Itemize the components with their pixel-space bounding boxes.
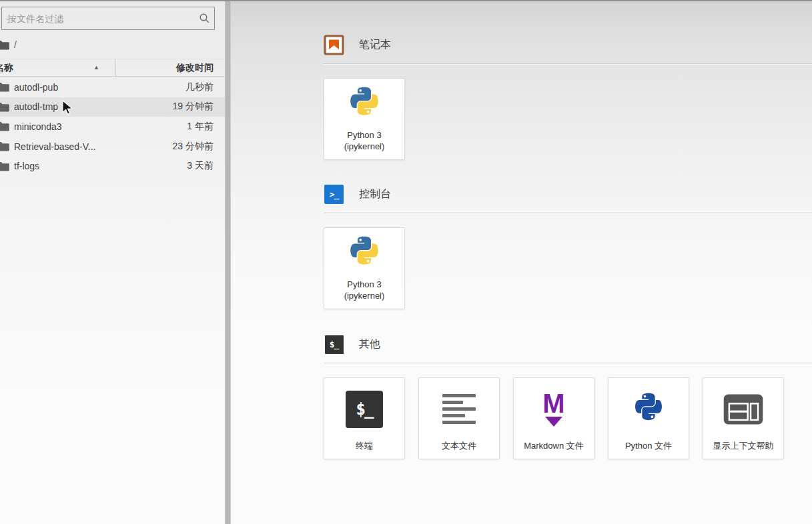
folder-icon — [0, 102, 9, 112]
console-icon: >_ — [324, 184, 344, 205]
sort-ascending-icon[interactable]: ▲ — [93, 64, 99, 71]
text-file-icon — [419, 378, 499, 440]
file-browser-sidebar: / 名称 ▲ 修改时间 autodl-pub 几秒前 autodl-tmp 19… — [0, 0, 225, 524]
section-header: $_ 其他 — [324, 334, 812, 355]
notebook-icon — [324, 35, 344, 55]
launcher-section-notebook: 笔记本 Python 3 (ipykernel) — [324, 35, 812, 160]
file-modified: 19 分钟前 — [173, 101, 214, 113]
card-contextual-help[interactable]: 显示上下文帮助 — [703, 377, 784, 459]
terminal-icon: $_ — [324, 334, 344, 355]
file-row[interactable]: tf-logs 3 天前 — [0, 156, 225, 176]
card-label: 文本文件 — [442, 440, 476, 459]
file-row[interactable]: miniconda3 1 年前 — [0, 117, 225, 137]
section-header: 笔记本 — [324, 35, 812, 55]
breadcrumb-root[interactable]: / — [14, 39, 17, 50]
file-name: tf-logs — [14, 161, 39, 171]
file-name: Retrieval-based-V... — [14, 141, 95, 152]
launcher-section-console: >_ 控制台 Python 3 (ipykernel) — [324, 184, 812, 309]
file-list-header[interactable]: 名称 ▲ 修改时间 — [0, 59, 225, 77]
file-row[interactable]: autodl-pub 几秒前 — [0, 77, 225, 97]
card-text-file[interactable]: 文本文件 — [418, 377, 500, 459]
folder-icon — [0, 40, 9, 50]
folder-icon — [0, 161, 9, 171]
launcher-panel: 笔记本 Python 3 (ipykernel) — [231, 0, 812, 524]
card-python-file[interactable]: Python 文件 — [608, 377, 689, 459]
breadcrumb[interactable]: / — [0, 35, 225, 54]
folder-icon — [0, 141, 9, 151]
column-separator — [115, 59, 116, 77]
card-label: Python 文件 — [625, 440, 672, 459]
card-label: 终端 — [356, 440, 373, 459]
file-row[interactable]: autodl-tmp 19 分钟前 — [0, 97, 225, 117]
launcher-content: 笔记本 Python 3 (ipykernel) — [231, 0, 812, 459]
file-modified: 3 天前 — [187, 160, 214, 172]
python-logo-icon — [324, 228, 404, 279]
card-label: 显示上下文帮助 — [713, 440, 774, 459]
window-top-border — [0, 0, 812, 1]
section-title: 控制台 — [359, 187, 391, 201]
file-modified: 1 年前 — [187, 121, 214, 133]
file-row[interactable]: Retrieval-based-V... 23 分钟前 — [0, 137, 225, 157]
file-name: autodl-tmp — [14, 101, 58, 112]
section-title: 笔记本 — [359, 38, 391, 52]
card-label: Python 3 (ipykernel) — [344, 279, 385, 309]
file-name: miniconda3 — [14, 121, 62, 132]
filename-filter-input[interactable] — [2, 7, 194, 29]
card-terminal[interactable]: $_ 终端 — [324, 377, 405, 459]
folder-icon — [0, 82, 9, 92]
sidebar-resize-handle[interactable] — [225, 0, 231, 524]
section-divider — [324, 363, 812, 363]
search-icon — [194, 13, 214, 24]
card-label: Python 3 (ipykernel) — [344, 129, 385, 159]
section-title: 其他 — [359, 337, 380, 351]
file-modified: 几秒前 — [185, 81, 214, 93]
python-logo-icon — [324, 79, 404, 129]
markdown-icon: M — [514, 378, 594, 440]
card-label: Markdown 文件 — [524, 440, 584, 459]
launcher-section-other: $_ 其他 $_ 终端 文本文件 — [324, 334, 812, 459]
contextual-help-icon — [703, 378, 783, 440]
terminal-icon: $_ — [324, 378, 404, 440]
folder-icon — [0, 121, 9, 131]
column-header-name[interactable]: 名称 — [0, 62, 13, 74]
section-header: >_ 控制台 — [324, 184, 812, 205]
card-python3-notebook[interactable]: Python 3 (ipykernel) — [324, 78, 405, 160]
python-file-icon — [608, 378, 689, 440]
file-list: autodl-pub 几秒前 autodl-tmp 19 分钟前 minicon… — [0, 77, 225, 176]
section-divider — [324, 63, 812, 64]
section-divider — [324, 213, 812, 213]
filename-filter-box[interactable] — [1, 7, 215, 30]
card-python3-console[interactable]: Python 3 (ipykernel) — [324, 227, 405, 309]
file-name: autodl-pub — [14, 82, 58, 93]
file-modified: 23 分钟前 — [173, 141, 214, 153]
card-markdown-file[interactable]: M Markdown 文件 — [513, 377, 594, 459]
column-header-modified[interactable]: 修改时间 — [176, 62, 214, 74]
